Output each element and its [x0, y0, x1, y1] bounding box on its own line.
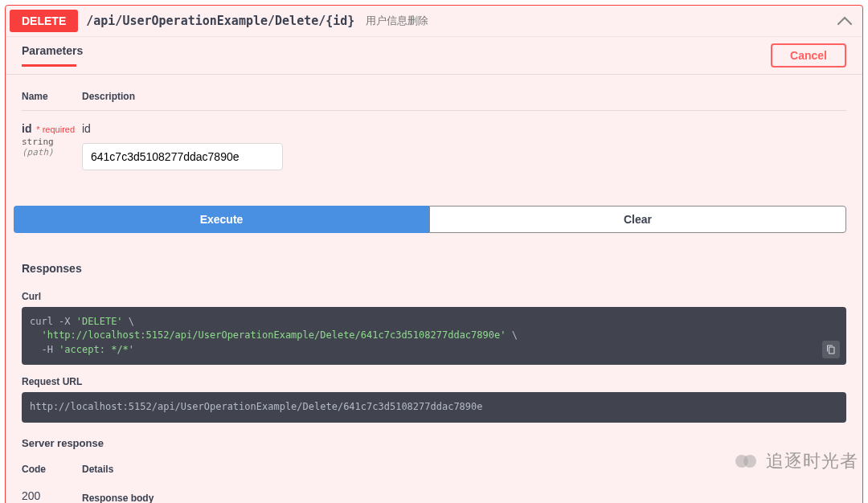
param-row-id: id * required string (path) id — [22, 111, 846, 182]
response-table: Code Details 200 Response body true Down… — [6, 456, 862, 503]
chevron-up-icon[interactable] — [831, 13, 858, 30]
param-location: (path) — [22, 147, 82, 157]
curl-label: Curl — [22, 291, 846, 302]
param-name: id — [22, 122, 31, 135]
action-button-row: Execute Clear — [6, 198, 862, 249]
parameters-tab[interactable]: Parameters — [22, 44, 83, 65]
parameters-table: Name Description id * required string (p… — [6, 74, 862, 198]
request-url-section: Request URL http://localhost:5152/api/Us… — [6, 373, 862, 430]
endpoint-summary: 用户信息删除 — [366, 14, 428, 28]
details-column-header: Details — [82, 464, 113, 475]
response-details: Response body true Download Response hea… — [82, 489, 846, 503]
col-name-header: Name — [22, 91, 82, 102]
param-id-input[interactable] — [82, 143, 283, 170]
responses-header: Responses — [6, 249, 862, 288]
execute-button[interactable]: Execute — [14, 206, 429, 233]
parameters-header-row: Parameters Cancel — [6, 37, 862, 74]
col-description-header: Description — [82, 91, 135, 102]
param-value-cell: id — [82, 122, 283, 170]
clear-button[interactable]: Clear — [429, 206, 846, 233]
copy-curl-icon[interactable] — [822, 341, 840, 358]
status-code: 200 — [22, 489, 82, 503]
request-url-block: http://localhost:5152/api/UserOperationE… — [22, 392, 846, 422]
response-row-200: 200 Response body true Download Response… — [22, 483, 846, 503]
operation-summary-bar[interactable]: DELETE /api/UserOperationExample/Delete/… — [6, 6, 862, 37]
response-table-header: Code Details — [22, 456, 846, 483]
delete-operation-block: DELETE /api/UserOperationExample/Delete/… — [5, 5, 863, 503]
server-response-label: Server response — [6, 431, 862, 456]
param-table-header: Name Description — [22, 83, 846, 111]
endpoint-path: /api/UserOperationExample/Delete/{id} — [86, 14, 354, 28]
param-type: string — [22, 137, 82, 147]
responses-title: Responses — [22, 262, 82, 275]
curl-section: Curl curl -X 'DELETE' \ 'http://localhos… — [6, 288, 862, 373]
curl-code-block: curl -X 'DELETE' \ 'http://localhost:515… — [22, 307, 846, 365]
operation-body: Parameters Cancel Name Description id * … — [6, 37, 862, 503]
code-column-header: Code — [22, 464, 82, 475]
param-name-cell: id * required string (path) — [22, 122, 82, 157]
cancel-button[interactable]: Cancel — [771, 43, 846, 67]
required-marker: * required — [36, 125, 75, 134]
response-body-label: Response body — [82, 493, 846, 503]
param-description: id — [82, 122, 283, 135]
method-badge: DELETE — [10, 10, 78, 32]
request-url-label: Request URL — [22, 376, 846, 387]
